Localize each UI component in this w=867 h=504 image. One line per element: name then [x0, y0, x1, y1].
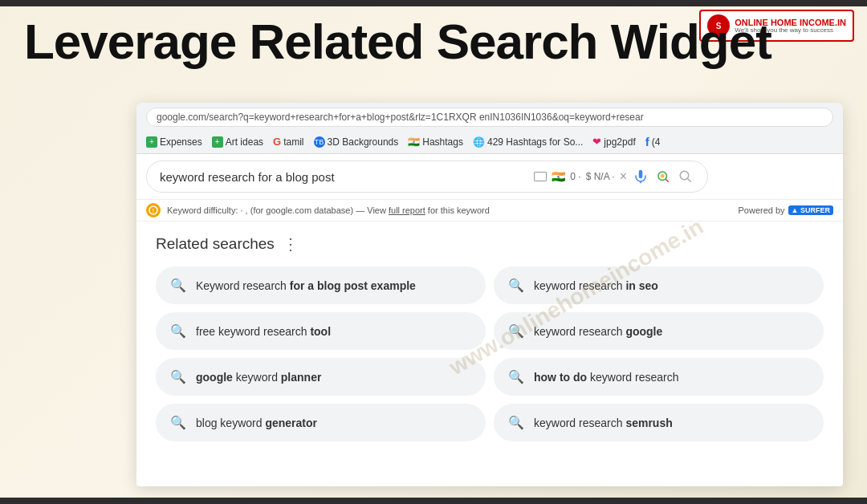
search-icon-5: 🔍: [170, 369, 186, 384]
bookmark-icon-3d: TB: [314, 136, 325, 148]
main-content: Related searches ⋮ 🔍 Keyword research fo…: [136, 222, 843, 454]
bookmark-label-hashtags: Hashtags: [422, 136, 463, 148]
lens-button[interactable]: [654, 168, 672, 185]
clear-button[interactable]: ×: [620, 169, 627, 184]
google-search-bar: keyword research for a blog post 🇮🇳 0 · …: [146, 161, 708, 193]
surfer-logo: ▲ SURFER: [788, 205, 833, 215]
bookmark-label-3d: 3D Backgrounds: [328, 136, 399, 148]
search-bar-area: keyword research for a blog post 🇮🇳 0 · …: [136, 154, 843, 200]
bottom-bar: [0, 498, 867, 504]
bookmark-icon-hashtags: 🇮🇳: [408, 136, 420, 148]
svg-point-5: [680, 171, 689, 180]
search-button[interactable]: [677, 168, 694, 185]
search-icon-1: 🔍: [170, 278, 186, 293]
related-item-6[interactable]: 🔍 how to do keyword research: [494, 358, 824, 396]
related-item-5[interactable]: 🔍 google keyword planner: [156, 358, 486, 396]
svg-point-3: [661, 174, 665, 178]
bookmark-label-jpg2pdf: jpg2pdf: [604, 136, 635, 148]
ctrl-na: $ N/A ·: [586, 171, 615, 182]
related-heading: Related searches ⋮: [156, 234, 824, 254]
search-icon-8: 🔍: [508, 415, 524, 430]
main-heading: Leverage Related Search Widget: [24, 14, 771, 69]
bookmark-label-fb: (4: [652, 136, 661, 148]
bookmark-tamil[interactable]: G tamil: [273, 136, 303, 148]
bookmark-429[interactable]: 🌐 429 Hashtags for So...: [473, 136, 583, 148]
powered-by-text: Powered by: [738, 205, 784, 215]
browser-chrome: google.com/search?q=keyword+research+for…: [136, 103, 843, 154]
bookmark-icon-tamil: G: [273, 136, 281, 148]
related-heading-text: Related searches: [156, 235, 275, 253]
related-text-6: how to do keyword research: [534, 371, 678, 384]
related-item-1[interactable]: 🔍 Keyword research for a blog post examp…: [156, 266, 486, 304]
more-options-button[interactable]: ⋮: [283, 234, 299, 254]
related-text-7: blog keyword generator: [196, 417, 317, 429]
related-item-3[interactable]: 🔍 free keyword research tool: [156, 312, 486, 350]
search-query-text[interactable]: keyword research for a blog post: [160, 170, 527, 184]
svg-line-4: [666, 179, 668, 181]
browser-container: google.com/search?q=keyword+research+for…: [136, 103, 843, 486]
bookmark-label-artideas: Art ideas: [226, 136, 263, 148]
bookmark-icon-artideas: +: [212, 136, 223, 148]
search-icon-2: 🔍: [508, 278, 524, 293]
related-search-grid: 🔍 Keyword research for a blog post examp…: [156, 266, 824, 441]
related-item-7[interactable]: 🔍 blog keyword generator: [156, 404, 486, 441]
svg-line-6: [687, 178, 691, 182]
related-text-2: keyword research in seo: [534, 279, 658, 292]
kw-icon: !: [146, 203, 161, 217]
top-bar: [0, 0, 867, 6]
mic-button[interactable]: [632, 168, 649, 185]
bookmark-label-expenses: Expenses: [160, 136, 202, 148]
bookmark-icon-expenses: +: [146, 136, 157, 148]
bookmark-icon-fb: f: [645, 135, 649, 148]
address-bar[interactable]: google.com/search?q=keyword+research+for…: [146, 108, 833, 127]
keyword-difficulty-bar: ! Keyword difficulty: · , (for google.co…: [136, 200, 843, 222]
svg-text:!: !: [153, 208, 154, 213]
related-text-3: free keyword research tool: [196, 325, 331, 338]
bookmark-label-tamil: tamil: [283, 136, 303, 148]
bookmark-icon-429: 🌐: [473, 136, 485, 148]
ctrl-zero: 0 ·: [570, 171, 580, 182]
search-controls: 🇮🇳 0 · $ N/A · ×: [534, 168, 694, 185]
bookmarks-bar: + Expenses + Art ideas G tamil TB 3D Bac…: [146, 132, 833, 153]
related-text-8: keyword research semrush: [534, 417, 673, 429]
search-icon-4: 🔍: [508, 323, 524, 339]
related-text-5: google keyword planner: [196, 371, 321, 384]
bookmark-hashtags[interactable]: 🇮🇳 Hashtags: [408, 136, 463, 148]
bookmark-jpg2pdf[interactable]: ❤ jpg2pdf: [592, 136, 635, 148]
bookmark-expenses[interactable]: + Expenses: [146, 136, 202, 148]
bookmark-artideas[interactable]: + Art ideas: [212, 136, 263, 148]
related-item-4[interactable]: 🔍 keyword research google: [494, 312, 824, 350]
related-item-8[interactable]: 🔍 keyword research semrush: [494, 404, 824, 441]
bookmark-3d[interactable]: TB 3D Backgrounds: [314, 136, 399, 148]
related-item-2[interactable]: 🔍 keyword research in seo: [494, 266, 824, 304]
related-text-4: keyword research google: [534, 325, 662, 338]
search-icon-3: 🔍: [170, 323, 186, 339]
bookmark-label-429: 429 Hashtags for So...: [487, 136, 583, 148]
related-text-1: Keyword research for a blog post example: [196, 279, 416, 292]
bookmark-fb[interactable]: f (4: [645, 135, 661, 148]
keyword-difficulty-text: Keyword difficulty: · , (for google.com …: [167, 205, 490, 215]
ctrl-flag: 🇮🇳: [552, 170, 565, 183]
ctrl-box: [534, 172, 547, 181]
search-icon-7: 🔍: [170, 415, 186, 430]
search-icon-6: 🔍: [508, 369, 524, 384]
surfer-brand: Powered by ▲ SURFER: [738, 205, 833, 215]
bookmark-icon-jpg2pdf: ❤: [592, 136, 601, 148]
